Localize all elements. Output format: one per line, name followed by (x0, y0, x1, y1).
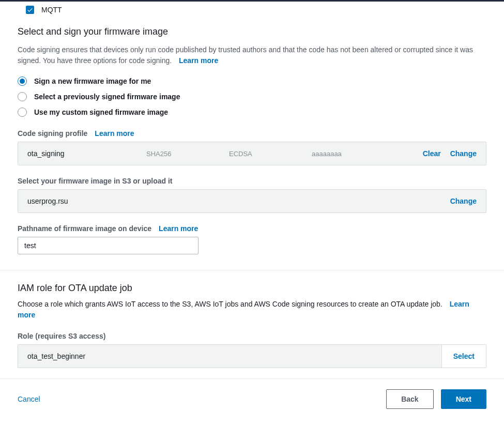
profile-label: Code signing profile (18, 129, 87, 138)
check-icon (27, 7, 33, 13)
radio-custom-signed-label: Use my custom signed firmware image (34, 108, 168, 116)
firmware-desc-text: Code signing ensures that devices only r… (18, 45, 473, 65)
firmware-image-label-row: Select your firmware image in S3 or uplo… (18, 177, 486, 185)
role-row: ota_test_beginner Select (18, 344, 486, 368)
radio-select-signed[interactable]: Select a previously signed firmware imag… (18, 92, 486, 101)
pathname-input[interactable] (18, 237, 198, 254)
firmware-section-description: Code signing ensures that devices only r… (18, 44, 483, 66)
radio-select-signed-label: Select a previously signed firmware imag… (34, 93, 180, 101)
cancel-button[interactable]: Cancel (18, 395, 40, 403)
iam-section: IAM role for OTA update job Choose a rol… (0, 270, 504, 378)
radio-custom-signed[interactable]: Use my custom signed firmware image (18, 108, 486, 117)
role-label-row: Role (requires S3 access) (18, 332, 486, 340)
radio-sign-new-input[interactable] (18, 77, 27, 86)
role-select-button[interactable]: Select (441, 344, 486, 368)
profile-hash: SHA256 (146, 150, 229, 158)
firmware-change-button[interactable]: Change (450, 197, 477, 205)
profile-algo: ECDSA (229, 150, 312, 158)
radio-sign-new[interactable]: Sign a new firmware image for me (18, 77, 486, 86)
profile-actions: Clear Change (423, 149, 477, 158)
signing-radio-group: Sign a new firmware image for me Select … (18, 77, 486, 117)
role-label: Role (requires S3 access) (18, 332, 105, 340)
back-button[interactable]: Back (386, 389, 433, 409)
profile-panel: ota_signing SHA256 ECDSA aaaaaaaa Clear … (18, 142, 486, 165)
firmware-filename: userprog.rsu (27, 197, 450, 205)
mqtt-label: MQTT (41, 6, 62, 14)
profile-extra: aaaaaaaa (312, 150, 423, 158)
iam-section-description: Choose a role which grants AWS IoT acces… (18, 299, 483, 321)
mqtt-checkbox[interactable] (26, 6, 34, 14)
firmware-actions: Change (450, 197, 477, 205)
iam-desc-text: Choose a role which grants AWS IoT acces… (18, 300, 442, 308)
mqtt-checkbox-row[interactable]: MQTT (18, 6, 486, 14)
pathname-learn-more-link[interactable]: Learn more (159, 224, 198, 233)
profile-change-button[interactable]: Change (450, 149, 477, 158)
next-button[interactable]: Next (441, 389, 486, 409)
radio-select-signed-input[interactable] (18, 92, 27, 101)
firmware-image-label: Select your firmware image in S3 or uplo… (18, 177, 173, 185)
radio-sign-new-label: Sign a new firmware image for me (34, 77, 151, 85)
profile-label-row: Code signing profile Learn more (18, 129, 486, 138)
profile-clear-button[interactable]: Clear (423, 149, 441, 158)
firmware-section-title: Select and sign your firmware image (18, 26, 486, 37)
radio-custom-signed-input[interactable] (18, 108, 27, 117)
profile-learn-more-link[interactable]: Learn more (95, 129, 134, 138)
main-content: MQTT Select and sign your firmware image… (0, 2, 504, 254)
pathname-label-row: Pathname of firmware image on device Lea… (18, 224, 486, 233)
iam-section-title: IAM role for OTA update job (18, 283, 486, 294)
footer: Cancel Back Next (0, 378, 504, 421)
pathname-label: Pathname of firmware image on device (18, 224, 151, 233)
firmware-learn-more-link[interactable]: Learn more (179, 56, 218, 65)
firmware-image-panel: userprog.rsu Change (18, 189, 486, 213)
profile-name: ota_signing (27, 149, 146, 158)
role-value: ota_test_beginner (18, 344, 441, 368)
